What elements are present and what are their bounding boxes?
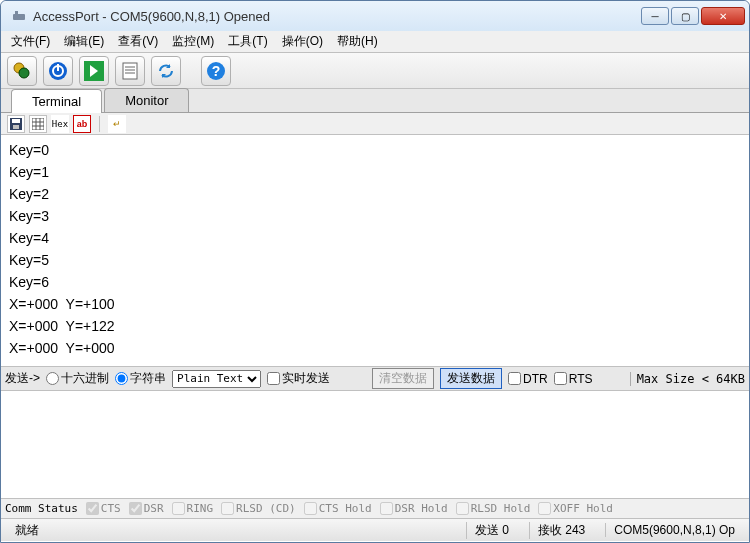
realtime-checkbox[interactable]: 实时发送 xyxy=(267,370,330,387)
window-title: AccessPort - COM5(9600,N,8,1) Opened xyxy=(33,9,641,24)
menu-help[interactable]: 帮助(H) xyxy=(331,31,384,52)
dsr-indicator: DSR xyxy=(129,502,164,515)
status-port: COM5(9600,N,8,1) Op xyxy=(605,523,743,537)
terminal-line: X=+000 Y=+000 xyxy=(9,337,741,359)
power-button[interactable] xyxy=(43,56,73,86)
svg-rect-15 xyxy=(12,119,20,123)
rlsd-indicator: RLSD (CD) xyxy=(221,502,296,515)
hex-radio[interactable]: 十六进制 xyxy=(46,370,109,387)
cts-indicator: CTS xyxy=(86,502,121,515)
menu-edit[interactable]: 编辑(E) xyxy=(58,31,110,52)
comm-status-bar: Comm Status CTS DSR RING RLSD (CD) CTS H… xyxy=(1,499,749,519)
titlebar: AccessPort - COM5(9600,N,8,1) Opened ─ ▢… xyxy=(1,1,749,31)
format-select[interactable]: Plain Text xyxy=(172,370,261,388)
terminal-output[interactable]: Key=0Key=1Key=2Key=3Key=4Key=5Key=6X=+00… xyxy=(1,135,749,367)
svg-rect-8 xyxy=(123,63,137,79)
status-tx: 发送 0 xyxy=(466,522,517,539)
text-mode-button[interactable]: ab xyxy=(73,115,91,133)
menu-monitor[interactable]: 监控(M) xyxy=(166,31,220,52)
menu-view[interactable]: 查看(V) xyxy=(112,31,164,52)
send-toolbar: 发送-> 十六进制 字符串 Plain Text 实时发送 清空数据 发送数据 … xyxy=(1,367,749,391)
hex-mode-button[interactable]: Hex xyxy=(51,115,69,133)
string-radio[interactable]: 字符串 xyxy=(115,370,166,387)
document-button[interactable] xyxy=(115,56,145,86)
svg-text:?: ? xyxy=(212,63,221,79)
ctshold-indicator: CTS Hold xyxy=(304,502,372,515)
comm-status-label: Comm Status xyxy=(5,502,78,515)
menu-file[interactable]: 文件(F) xyxy=(5,31,56,52)
main-toolbar: ? xyxy=(1,53,749,89)
ring-indicator: RING xyxy=(172,502,214,515)
send-label: 发送-> xyxy=(5,370,40,387)
max-size-label: Max Size < 64KB xyxy=(630,372,745,386)
refresh-button[interactable] xyxy=(151,56,181,86)
grid-icon[interactable] xyxy=(29,115,47,133)
terminal-line: X=+000 Y=+122 xyxy=(9,315,741,337)
run-button[interactable] xyxy=(79,56,109,86)
rts-checkbox[interactable]: RTS xyxy=(554,372,593,386)
separator xyxy=(99,116,100,132)
svg-rect-17 xyxy=(32,118,44,130)
close-button[interactable]: ✕ xyxy=(701,7,745,25)
tab-strip: Terminal Monitor xyxy=(1,89,749,113)
svg-rect-0 xyxy=(13,14,25,20)
menubar: 文件(F) 编辑(E) 查看(V) 监控(M) 工具(T) 操作(O) 帮助(H… xyxy=(1,31,749,53)
save-icon[interactable] xyxy=(7,115,25,133)
terminal-line: Key=0 xyxy=(9,139,741,161)
terminal-line: Key=3 xyxy=(9,205,741,227)
svg-rect-16 xyxy=(13,125,19,129)
rlsdhold-indicator: RLSD Hold xyxy=(456,502,531,515)
crlf-icon[interactable]: ↵ xyxy=(108,115,126,133)
menu-tools[interactable]: 工具(T) xyxy=(222,31,273,52)
svg-point-3 xyxy=(19,68,29,78)
svg-rect-1 xyxy=(15,11,18,14)
send-data-button[interactable]: 发送数据 xyxy=(440,368,502,389)
status-ready: 就绪 xyxy=(7,522,47,539)
dsrhold-indicator: DSR Hold xyxy=(380,502,448,515)
status-rx: 接收 243 xyxy=(529,522,593,539)
terminal-toolbar: Hex ab ↵ xyxy=(1,113,749,135)
tab-terminal[interactable]: Terminal xyxy=(11,89,102,113)
help-button[interactable]: ? xyxy=(201,56,231,86)
clear-data-button[interactable]: 清空数据 xyxy=(372,368,434,389)
send-textarea[interactable] xyxy=(1,391,749,499)
dtr-checkbox[interactable]: DTR xyxy=(508,372,548,386)
tab-monitor[interactable]: Monitor xyxy=(104,88,189,112)
statusbar: 就绪 发送 0 接收 243 COM5(9600,N,8,1) Op xyxy=(1,519,749,541)
menu-operate[interactable]: 操作(O) xyxy=(276,31,329,52)
settings-button[interactable] xyxy=(7,56,37,86)
toolbar-separator xyxy=(187,56,195,86)
minimize-button[interactable]: ─ xyxy=(641,7,669,25)
terminal-line: X=+000 Y=+100 xyxy=(9,293,741,315)
terminal-line: Key=2 xyxy=(9,183,741,205)
xoffhold-indicator: XOFF Hold xyxy=(538,502,613,515)
terminal-line: Key=1 xyxy=(9,161,741,183)
terminal-line: Key=6 xyxy=(9,271,741,293)
maximize-button[interactable]: ▢ xyxy=(671,7,699,25)
terminal-line: Key=4 xyxy=(9,227,741,249)
app-icon xyxy=(11,8,27,24)
terminal-line: Key=5 xyxy=(9,249,741,271)
